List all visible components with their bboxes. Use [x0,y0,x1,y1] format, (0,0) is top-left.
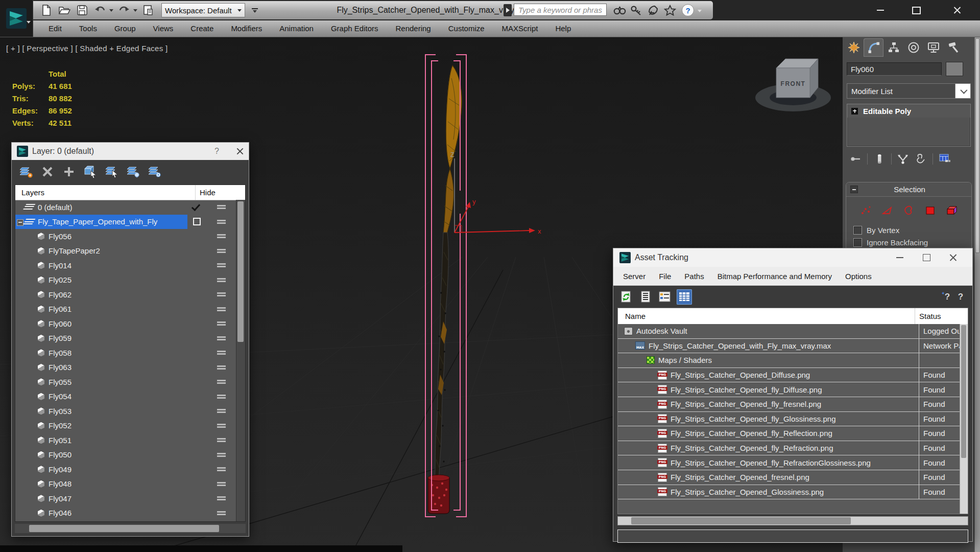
expand-toggle[interactable] [15,229,25,243]
menu-item[interactable]: Customize [440,20,493,37]
search-go-button[interactable] [504,4,512,16]
expand-toggle[interactable] [15,287,25,302]
menu-item[interactable]: Group [106,20,145,37]
asset-row[interactable]: Fly_Strips_Catcher_Opened_fly_Glossiness… [618,412,960,427]
asset-row[interactable]: Autodesk Vault Logged Out [618,324,960,339]
expand-plus-icon[interactable] [851,108,858,114]
object-color-swatch[interactable] [946,62,963,76]
column-header-layers[interactable]: Layers [15,185,196,200]
vertex-subobject-button[interactable] [859,204,873,217]
hide-toggle[interactable] [206,205,236,209]
current-layer-indicator[interactable] [187,218,206,225]
show-end-result-button[interactable] [895,152,912,166]
asset-tracking-titlebar[interactable]: Asset Tracking [613,248,972,267]
modifier-stack-item[interactable]: Editable Poly [847,104,970,118]
asset-table-horizontal-scrollbar[interactable] [617,516,968,525]
layer-list-item[interactable]: Fly059 [15,331,236,346]
layer-list-item[interactable]: Fly047 [15,491,236,506]
window-maximize-button[interactable] [900,0,933,20]
menu-item[interactable]: Views [145,20,182,37]
menu-item[interactable]: Tools [70,20,106,37]
expand-toggle[interactable] [15,200,25,214]
make-unique-button[interactable] [871,152,888,166]
hide-toggle[interactable] [206,511,236,515]
expand-toggle[interactable] [15,258,25,272]
menu-item[interactable]: Rendering [387,20,439,37]
column-header-status[interactable]: Status [915,308,960,324]
redo-button[interactable] [116,3,132,18]
menu-item[interactable]: Create [182,20,222,37]
add-selection-to-layer-button[interactable] [61,164,77,179]
scrollbar-thumb[interactable] [631,517,851,524]
hide-toggle[interactable] [206,453,236,457]
help-dropdown[interactable] [697,3,703,18]
hide-toggle[interactable] [206,496,236,500]
menu-item[interactable]: Paths [678,267,710,285]
menu-item[interactable]: Animation [271,20,322,37]
expand-toggle[interactable] [15,375,25,389]
checkbox[interactable] [853,238,862,247]
layer-dialog-titlebar[interactable]: Layer: 0 (default) ? [12,143,249,160]
infocenter-search-input[interactable] [514,4,607,16]
sign-in-button[interactable] [629,3,644,17]
layer-list-item[interactable]: Fly025 [15,273,236,288]
expand-toggle[interactable] [15,419,25,433]
asset-row[interactable]: Fly_Strips_Catcher_Opened_fresnel.png Fo… [618,470,960,485]
tab-modify[interactable] [864,38,883,57]
remove-modifier-button[interactable] [912,152,929,166]
expand-toggle[interactable] [15,448,25,462]
hide-toggle[interactable] [206,336,236,340]
menu-item[interactable]: Bitmap Performance and Memory [711,267,839,285]
asset-row[interactable]: Maps / Shaders [618,353,960,368]
layer-list-item[interactable]: Fly055 [15,375,236,389]
transform-gizmo[interactable]: Z x y [450,151,541,235]
object-name-field[interactable] [847,62,942,76]
polygon-subobject-button[interactable] [923,204,938,217]
layer-properties-button[interactable] [147,164,163,179]
table-view-button[interactable] [677,289,692,305]
expand-toggle[interactable] [15,244,25,258]
layer-list-item[interactable]: 0 (default) [15,200,236,215]
expand-toggle[interactable] [15,331,25,346]
configure-modifier-sets-button[interactable] [936,152,953,166]
layer-list-vertical-scrollbar[interactable] [236,200,245,521]
refresh-button[interactable] [618,289,634,305]
current-layer-indicator[interactable] [187,205,206,210]
help-sparkle-button[interactable]: ✦? [941,292,954,302]
dialog-help-button[interactable]: ? [214,147,219,156]
details-view-button[interactable] [657,289,673,305]
select-objects-in-layer-button[interactable] [82,164,99,179]
layer-list-item[interactable]: Fly014 [15,258,236,273]
element-subobject-button[interactable] [945,204,959,217]
expand-toggle[interactable] [15,360,25,375]
menu-item[interactable]: Help [546,20,580,37]
edge-subobject-button[interactable] [880,204,895,217]
layer-list-item[interactable]: Fly051 [15,433,236,448]
asset-minimize-button[interactable] [887,248,913,267]
asset-row[interactable]: Fly_Strips_Catcher_Opened_fly_Diffuse.pn… [618,382,960,397]
hide-toggle[interactable] [206,395,236,399]
hide-toggle[interactable] [206,307,236,311]
hide-toggle[interactable] [206,249,236,253]
menu-item[interactable]: Options [839,267,878,285]
asset-maximize-button[interactable] [913,248,940,267]
hide-toggle[interactable] [206,438,236,442]
layer-list-item[interactable]: Fly058 [15,346,236,360]
expand-toggle[interactable] [15,389,25,404]
tab-utilities[interactable] [943,38,963,57]
menu-item[interactable]: MAXScript [493,20,547,37]
open-file-button[interactable] [56,3,73,18]
window-minimize-button[interactable] [864,0,897,20]
layer-list-item[interactable]: Fly049 [15,462,236,477]
border-subobject-button[interactable] [902,204,916,217]
undo-dropdown[interactable] [108,3,114,18]
project-folder-button[interactable] [140,3,156,18]
layer-list-horizontal-scrollbar[interactable] [15,524,246,533]
expand-toggle[interactable] [15,316,25,331]
menu-item[interactable]: Modifiers [222,20,271,37]
layer-list-item[interactable]: FlyTapePaper2 [15,244,236,259]
panel-scrollbar[interactable] [974,37,980,552]
hide-toggle[interactable] [206,482,236,486]
layer-list-item[interactable]: Fly056 [15,229,236,244]
layer-list-item[interactable]: Fly052 [15,419,236,433]
